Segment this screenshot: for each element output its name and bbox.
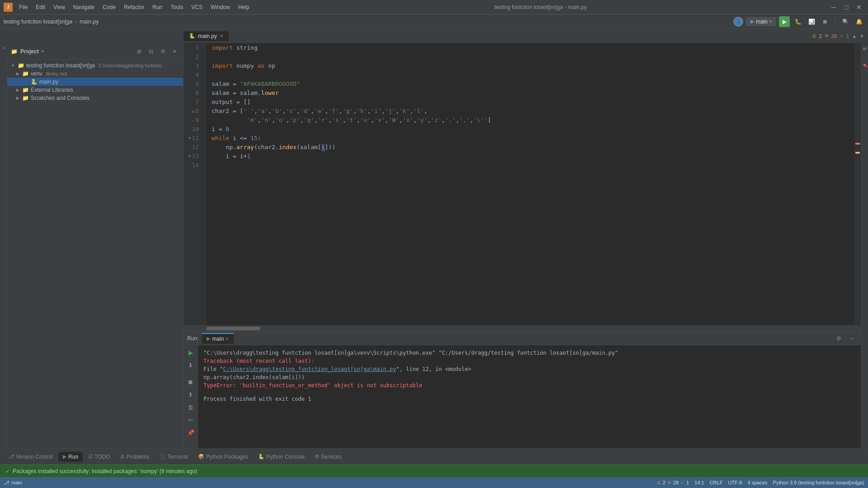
window-title: testing funtction losaot[sn[ga - main.py: [253, 4, 828, 10]
tab-services[interactable]: ⚙ Services: [310, 452, 346, 462]
status-position[interactable]: 14:1: [694, 480, 704, 485]
close-button[interactable]: ✕: [854, 2, 864, 13]
run-config-selector[interactable]: ▶ main ▾: [746, 17, 776, 26]
tab-python-packages[interactable]: 📦 Python Packages: [193, 452, 253, 462]
profile-icon[interactable]: 👤: [733, 17, 743, 27]
code-line-9: 'm','n','o','p','q','r','s','t','u','v',…: [212, 116, 849, 125]
debug-button[interactable]: 🐛: [793, 16, 803, 27]
tab-main-py[interactable]: 🐍 main.py ✕: [184, 31, 229, 41]
scroll-up-btn[interactable]: ▲: [852, 33, 857, 39]
status-error-icon: ✕: [667, 480, 671, 486]
run-button[interactable]: ▶: [779, 16, 790, 27]
fold-marker-9[interactable]: …: [192, 116, 194, 125]
extlib-label: External Libraries: [31, 87, 73, 93]
run-settings-btn[interactable]: ⚙: [834, 333, 844, 343]
tab-todo[interactable]: ☑ TODO: [84, 452, 114, 462]
status-warn-icon: ⚠: [656, 480, 661, 486]
run-scroll-up-btn[interactable]: ⬆: [185, 389, 196, 400]
new-folder-btn[interactable]: ⊞: [134, 47, 144, 56]
line-num-8: 8: [195, 107, 203, 116]
toolbar-divider: [835, 17, 835, 26]
run-with-coverage[interactable]: 📊: [806, 16, 817, 27]
menu-run[interactable]: Run: [149, 2, 166, 12]
menu-navigate[interactable]: Navigate: [70, 2, 98, 12]
stop-button[interactable]: ⏹: [820, 16, 830, 27]
settings-btn[interactable]: ⚙: [158, 47, 168, 56]
status-encoding[interactable]: UTF-8: [728, 480, 742, 485]
status-error-count: 28: [673, 480, 679, 485]
project-panel-toolbar: ⊞ ⊟ ⚙ ✕: [134, 47, 179, 56]
tree-venv[interactable]: ▶ 📁 venv library root: [7, 70, 183, 78]
menu-edit[interactable]: Edit: [32, 2, 49, 12]
maximize-button[interactable]: □: [841, 2, 852, 13]
run-wrap-btn[interactable]: ↩: [185, 414, 196, 425]
code-line-14: [212, 161, 849, 170]
status-interpreter[interactable]: Python 3.9 (testing funtction losaot[sn[…: [773, 480, 864, 485]
tree-root[interactable]: ▼ 📁 testing funtction losaot[sn[ga C:\Us…: [7, 61, 183, 70]
minimize-button[interactable]: ─: [828, 2, 839, 13]
fold-marker-11[interactable]: ▼: [188, 134, 191, 143]
tab-python-console[interactable]: 🐍 Python Console: [254, 452, 309, 462]
menu-vcs[interactable]: VCS: [188, 2, 206, 12]
tree-scratches[interactable]: ▶ 📁 Scratches and Consoles: [7, 94, 183, 102]
console-label: Python Console: [266, 454, 305, 460]
line-7-gutter: 7: [184, 98, 203, 107]
project-tool-btn[interactable]: ≡: [1, 47, 6, 49]
status-indent[interactable]: 4 spaces: [748, 480, 768, 485]
extlib-caret: ▶: [16, 88, 19, 92]
encoding-label: UTF-8: [728, 480, 742, 485]
structure-btn[interactable]: ≣: [863, 47, 867, 51]
run-panel-hide-btn[interactable]: ─: [847, 333, 857, 343]
todo-icon: ☑: [88, 454, 93, 460]
menu-help[interactable]: Help: [235, 2, 253, 12]
fold-marker-13[interactable]: ▼: [188, 152, 191, 161]
horizontal-scrollbar[interactable]: [184, 325, 861, 331]
project-dropdown-caret[interactable]: ▾: [42, 49, 44, 54]
tab-close-button[interactable]: ✕: [220, 33, 223, 38]
line-num-4: 4: [195, 70, 203, 80]
hide-panel-btn[interactable]: ✕: [170, 47, 179, 56]
bookmarks-btn[interactable]: 🔖: [863, 63, 867, 68]
run-pin-btn[interactable]: 📌: [185, 427, 196, 438]
tab-problems[interactable]: ⚠ Problems: [116, 452, 154, 462]
code-lines[interactable]: import string import numpy as np salam =…: [206, 43, 854, 325]
run-tab-main[interactable]: ▶ main ✕: [202, 333, 234, 344]
tree-ext-libs[interactable]: ▶ 📁 External Libraries: [7, 86, 183, 94]
menu-window[interactable]: Window: [207, 2, 234, 12]
h-scroll-thumb[interactable]: [206, 327, 260, 330]
cursor-highlight: i: [321, 144, 325, 151]
notifications-button[interactable]: 🔔: [854, 16, 864, 27]
menu-refactor[interactable]: Refactor: [120, 2, 148, 12]
run-content-area: ▶ ⬇ ⏹ ⬆ 🗑 ↩ 📌 "C:\Users\dragg\testing fu…: [184, 345, 861, 448]
status-line-ending[interactable]: CRLF: [710, 480, 723, 485]
tree-mainpy[interactable]: 🐍 main.py: [7, 78, 183, 86]
menu-tools[interactable]: Tools: [167, 2, 187, 12]
scroll-down-btn[interactable]: ▼: [859, 33, 864, 39]
menu-code[interactable]: Code: [99, 2, 119, 12]
code-line-10: i = 0: [212, 125, 849, 134]
collapse-all-btn[interactable]: ⊟: [146, 47, 156, 56]
run-clear-btn[interactable]: 🗑: [185, 402, 196, 413]
run-scroll-down-btn[interactable]: ⬇: [185, 360, 196, 371]
bottom-tabs-bar: ⎇ Version Control ▶ Run ☑ TODO ⚠ Problem…: [0, 448, 868, 465]
run-tab-close[interactable]: ✕: [226, 337, 229, 341]
run-output: "C:\Users\dragg\testing funtction losaot…: [198, 345, 861, 448]
console-icon: 🐍: [258, 454, 264, 460]
status-warnings[interactable]: ⚠ 2 ✕ 28 ✓ 1: [656, 480, 689, 486]
line-num-3: 3: [195, 61, 203, 70]
tab-run[interactable]: ▶ Run: [58, 452, 83, 462]
search-everywhere-button[interactable]: 🔍: [840, 16, 851, 27]
problems-label: Problems: [127, 454, 150, 460]
tab-terminal[interactable]: ⬛ Terminal: [155, 452, 192, 462]
run-icon: ▶: [63, 454, 66, 460]
line-10-gutter: 10: [184, 125, 203, 134]
status-vcs[interactable]: ⎇ main: [4, 480, 22, 486]
menu-file[interactable]: File: [15, 2, 31, 12]
run-rerun-btn[interactable]: ▶: [185, 347, 196, 358]
output-file-link[interactable]: C:\Users\dragg\testing_funtction_losaot[…: [223, 366, 396, 372]
tab-version-control[interactable]: ⎇ Version Control: [4, 452, 57, 462]
menu-view[interactable]: View: [50, 2, 69, 12]
venv-caret: ▶: [16, 71, 19, 76]
run-stop-btn[interactable]: ⏹: [185, 376, 196, 387]
terminal-icon: ⬛: [159, 454, 165, 460]
